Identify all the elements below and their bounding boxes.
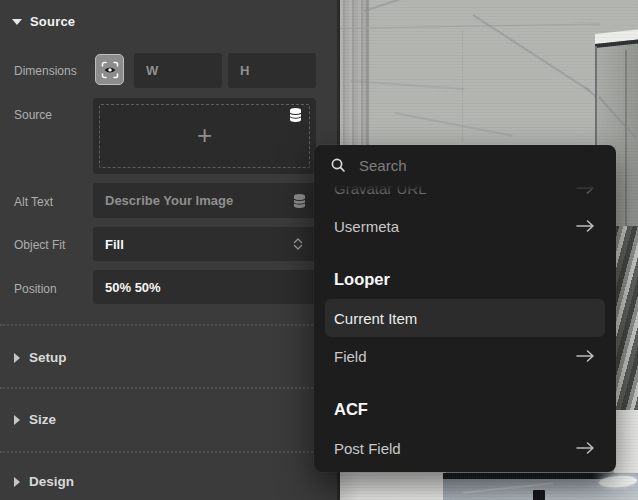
photo-marble-vein — [395, 112, 513, 137]
dropdown-item-label: Field — [334, 348, 367, 365]
upload-plus-icon: + — [93, 122, 316, 148]
photo-marble-vein — [364, 0, 403, 12]
photo-tile-seam — [340, 23, 600, 29]
dropdown-item-label: Current Item — [334, 310, 417, 327]
dropdown-item-label: Usermeta — [334, 218, 399, 235]
arrow-right-icon — [574, 219, 596, 233]
section-setup-title: Setup — [29, 350, 67, 365]
width-input[interactable] — [134, 53, 222, 88]
section-source-header[interactable]: Source — [12, 14, 75, 29]
object-fit-value: Fill — [105, 237, 124, 252]
section-design-header[interactable]: Design — [14, 474, 74, 489]
dynamic-media-button[interactable] — [95, 54, 124, 85]
dropdown-group-label: ACF — [334, 400, 368, 419]
caret-right-icon — [14, 353, 20, 363]
object-fit-select[interactable]: Fill — [93, 227, 316, 261]
section-setup-header[interactable]: Setup — [14, 350, 67, 365]
dropdown-group-looper: Looper — [314, 259, 616, 299]
photo-column-corner — [625, 50, 627, 236]
dropdown-item-post-field[interactable]: Post Field — [314, 429, 616, 467]
dynamic-data-dropdown: Gravatar URL Usermeta Looper Current Ite… — [314, 145, 616, 472]
chevron-updown-icon — [292, 237, 304, 251]
focal-eye-icon — [100, 60, 120, 80]
dimensions-label: Dimensions — [14, 64, 77, 78]
dropdown-group-label: Looper — [334, 270, 390, 289]
object-fit-label: Object Fit — [14, 238, 65, 252]
section-size-title: Size — [29, 412, 56, 427]
height-input[interactable] — [228, 53, 316, 88]
photo-white-surface — [614, 410, 638, 473]
inspector-panel: Source Dimensions Source + — [0, 0, 337, 500]
dropdown-list: Gravatar URL Usermeta Looper Current Ite… — [314, 185, 616, 472]
section-divider — [0, 324, 337, 326]
dropdown-item-label: Gravatar URL — [334, 185, 427, 197]
source-label: Source — [14, 108, 52, 122]
photo-marble-vein — [472, 14, 591, 92]
dropdown-item-field[interactable]: Field — [314, 337, 616, 375]
dropdown-item-gravatar-url[interactable]: Gravatar URL — [314, 185, 616, 207]
dropdown-item-label: Post Field — [334, 440, 401, 457]
photo-floor — [340, 472, 446, 500]
alt-text-label: Alt Text — [14, 195, 53, 209]
caret-right-icon — [14, 477, 20, 487]
section-divider — [0, 451, 337, 453]
position-label: Position — [14, 282, 57, 296]
search-icon — [330, 157, 346, 173]
dropdown-group-acf: ACF — [314, 389, 616, 429]
position-input[interactable] — [93, 270, 316, 304]
photo-mosaic-tile — [614, 226, 638, 412]
section-divider — [0, 387, 337, 389]
arrow-right-icon — [574, 441, 596, 455]
photo-marble-vein — [598, 96, 636, 138]
caret-right-icon — [14, 415, 20, 425]
alt-text-input[interactable] — [93, 183, 316, 218]
arrow-right-icon — [574, 185, 596, 195]
section-source-title: Source — [30, 14, 75, 29]
builder-screen: Source Dimensions Source + — [0, 0, 638, 500]
dropdown-item-current-item[interactable]: Current Item — [325, 299, 605, 337]
caret-down-icon — [12, 19, 22, 25]
photo-dark-object — [533, 490, 545, 500]
dropdown-item-usermeta[interactable]: Usermeta — [314, 207, 616, 245]
image-upload-dropzone[interactable]: + — [93, 98, 316, 174]
photo-interior — [443, 473, 638, 500]
section-design-title: Design — [29, 474, 74, 489]
arrow-right-icon — [574, 349, 596, 363]
section-size-header[interactable]: Size — [14, 412, 56, 427]
dropdown-search-row — [314, 145, 616, 185]
search-input[interactable] — [357, 156, 600, 175]
photo-interior-dark-edge — [443, 473, 619, 479]
